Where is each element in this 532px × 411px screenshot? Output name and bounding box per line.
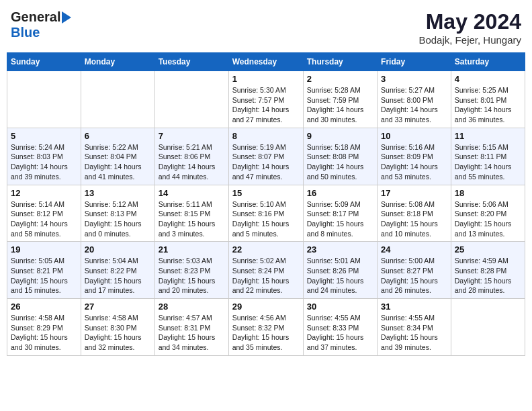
day-number: 3 <box>381 74 447 84</box>
calendar-cell: 30Sunrise: 4:55 AM Sunset: 8:33 PM Dayli… <box>303 299 377 356</box>
weekday-monday: Monday <box>81 53 154 71</box>
calendar-cell: 19Sunrise: 5:05 AM Sunset: 8:21 PM Dayli… <box>7 242 81 299</box>
day-info: Sunrise: 5:24 AM Sunset: 8:03 PM Dayligh… <box>11 142 77 182</box>
day-info: Sunrise: 5:28 AM Sunset: 7:59 PM Dayligh… <box>307 85 373 125</box>
day-number: 27 <box>85 302 151 312</box>
day-number: 30 <box>307 302 373 312</box>
week-row-2: 5Sunrise: 5:24 AM Sunset: 8:03 PM Daylig… <box>7 128 525 185</box>
day-number: 17 <box>381 188 447 198</box>
day-info: Sunrise: 5:05 AM Sunset: 8:21 PM Dayligh… <box>11 256 77 295</box>
calendar-cell: 10Sunrise: 5:16 AM Sunset: 8:09 PM Dayli… <box>378 128 451 185</box>
week-row-4: 19Sunrise: 5:05 AM Sunset: 8:21 PM Dayli… <box>7 242 525 299</box>
calendar-cell: 26Sunrise: 4:58 AM Sunset: 8:29 PM Dayli… <box>7 299 81 356</box>
day-info: Sunrise: 5:04 AM Sunset: 8:22 PM Dayligh… <box>85 256 151 295</box>
day-info: Sunrise: 5:14 AM Sunset: 8:12 PM Dayligh… <box>11 199 77 239</box>
location-title: Bodajk, Fejer, Hungary <box>418 34 521 46</box>
day-number: 1 <box>232 74 300 84</box>
calendar-cell <box>7 71 81 128</box>
calendar-cell: 16Sunrise: 5:09 AM Sunset: 8:17 PM Dayli… <box>303 185 377 242</box>
day-info: Sunrise: 5:25 AM Sunset: 8:01 PM Dayligh… <box>455 85 521 125</box>
day-number: 9 <box>307 131 373 141</box>
day-number: 19 <box>11 244 77 255</box>
logo-triangle-icon <box>62 11 71 24</box>
calendar-cell: 17Sunrise: 5:08 AM Sunset: 8:18 PM Dayli… <box>378 185 451 242</box>
day-number: 8 <box>232 131 300 141</box>
day-info: Sunrise: 4:58 AM Sunset: 8:29 PM Dayligh… <box>11 313 77 353</box>
calendar-cell: 22Sunrise: 5:02 AM Sunset: 8:24 PM Dayli… <box>228 242 303 299</box>
day-info: Sunrise: 5:06 AM Sunset: 8:20 PM Dayligh… <box>455 199 521 239</box>
day-number: 12 <box>11 188 77 198</box>
weekday-friday: Friday <box>378 53 451 71</box>
day-info: Sunrise: 5:12 AM Sunset: 8:13 PM Dayligh… <box>85 199 151 239</box>
calendar-cell: 8Sunrise: 5:19 AM Sunset: 8:07 PM Daylig… <box>228 128 303 185</box>
weekday-tuesday: Tuesday <box>154 53 228 71</box>
svg-marker-0 <box>62 11 71 24</box>
calendar-cell: 15Sunrise: 5:10 AM Sunset: 8:16 PM Dayli… <box>228 185 303 242</box>
calendar-cell: 9Sunrise: 5:18 AM Sunset: 8:08 PM Daylig… <box>303 128 377 185</box>
calendar-cell: 11Sunrise: 5:15 AM Sunset: 8:11 PM Dayli… <box>451 128 525 185</box>
day-info: Sunrise: 5:02 AM Sunset: 8:24 PM Dayligh… <box>232 256 300 295</box>
day-info: Sunrise: 5:11 AM Sunset: 8:15 PM Dayligh… <box>159 199 225 239</box>
day-number: 23 <box>307 244 373 255</box>
day-info: Sunrise: 5:08 AM Sunset: 8:18 PM Dayligh… <box>381 199 447 239</box>
calendar-cell: 6Sunrise: 5:22 AM Sunset: 8:04 PM Daylig… <box>81 128 154 185</box>
day-number: 22 <box>232 244 300 255</box>
day-info: Sunrise: 5:16 AM Sunset: 8:09 PM Dayligh… <box>381 142 447 182</box>
day-number: 25 <box>455 244 521 255</box>
calendar-cell: 13Sunrise: 5:12 AM Sunset: 8:13 PM Dayli… <box>81 185 154 242</box>
week-row-5: 26Sunrise: 4:58 AM Sunset: 8:29 PM Dayli… <box>7 299 525 356</box>
calendar-cell: 24Sunrise: 5:00 AM Sunset: 8:27 PM Dayli… <box>378 242 451 299</box>
day-info: Sunrise: 4:56 AM Sunset: 8:32 PM Dayligh… <box>232 313 300 353</box>
calendar-cell: 12Sunrise: 5:14 AM Sunset: 8:12 PM Dayli… <box>7 185 81 242</box>
day-info: Sunrise: 5:01 AM Sunset: 8:26 PM Dayligh… <box>307 256 373 295</box>
day-number: 5 <box>11 131 77 141</box>
calendar-cell: 18Sunrise: 5:06 AM Sunset: 8:20 PM Dayli… <box>451 185 525 242</box>
day-info: Sunrise: 4:58 AM Sunset: 8:30 PM Dayligh… <box>85 313 151 353</box>
calendar-cell: 31Sunrise: 4:55 AM Sunset: 8:34 PM Dayli… <box>378 299 451 356</box>
day-info: Sunrise: 5:03 AM Sunset: 8:23 PM Dayligh… <box>159 256 225 295</box>
day-number: 21 <box>159 244 225 255</box>
calendar-cell: 25Sunrise: 4:59 AM Sunset: 8:28 PM Dayli… <box>451 242 525 299</box>
calendar-cell: 14Sunrise: 5:11 AM Sunset: 8:15 PM Dayli… <box>154 185 228 242</box>
day-info: Sunrise: 4:57 AM Sunset: 8:31 PM Dayligh… <box>159 313 225 353</box>
day-info: Sunrise: 5:18 AM Sunset: 8:08 PM Dayligh… <box>307 142 373 182</box>
calendar-cell: 1Sunrise: 5:30 AM Sunset: 7:57 PM Daylig… <box>228 71 303 128</box>
calendar-cell <box>451 299 525 356</box>
day-info: Sunrise: 5:27 AM Sunset: 8:00 PM Dayligh… <box>381 85 447 125</box>
calendar-cell: 27Sunrise: 4:58 AM Sunset: 8:30 PM Dayli… <box>81 299 154 356</box>
day-number: 11 <box>455 131 521 141</box>
day-info: Sunrise: 5:00 AM Sunset: 8:27 PM Dayligh… <box>381 256 447 295</box>
calendar-cell: 3Sunrise: 5:27 AM Sunset: 8:00 PM Daylig… <box>378 71 451 128</box>
page-header: General Blue May 2024 Bodajk, Fejer, Hun… <box>7 7 525 48</box>
week-row-1: 1Sunrise: 5:30 AM Sunset: 7:57 PM Daylig… <box>7 71 525 128</box>
day-number: 31 <box>381 302 447 312</box>
calendar-cell: 28Sunrise: 4:57 AM Sunset: 8:31 PM Dayli… <box>154 299 228 356</box>
weekday-wednesday: Wednesday <box>228 53 303 71</box>
day-number: 26 <box>11 302 77 312</box>
calendar-cell <box>154 71 228 128</box>
day-number: 10 <box>381 131 447 141</box>
day-info: Sunrise: 5:10 AM Sunset: 8:16 PM Dayligh… <box>232 199 300 239</box>
week-row-3: 12Sunrise: 5:14 AM Sunset: 8:12 PM Dayli… <box>7 185 525 242</box>
day-info: Sunrise: 5:19 AM Sunset: 8:07 PM Dayligh… <box>232 142 300 182</box>
day-number: 7 <box>159 131 225 141</box>
weekday-header-row: SundayMondayTuesdayWednesdayThursdayFrid… <box>7 53 525 71</box>
weekday-sunday: Sunday <box>7 53 81 71</box>
calendar-cell: 5Sunrise: 5:24 AM Sunset: 8:03 PM Daylig… <box>7 128 81 185</box>
day-number: 14 <box>159 188 225 198</box>
day-number: 20 <box>85 244 151 255</box>
day-info: Sunrise: 4:59 AM Sunset: 8:28 PM Dayligh… <box>455 256 521 295</box>
weekday-saturday: Saturday <box>451 53 525 71</box>
month-title: May 2024 <box>418 9 521 34</box>
title-block: May 2024 Bodajk, Fejer, Hungary <box>418 9 521 46</box>
calendar-cell: 21Sunrise: 5:03 AM Sunset: 8:23 PM Dayli… <box>154 242 228 299</box>
logo: General Blue <box>11 9 71 40</box>
calendar-table: SundayMondayTuesdayWednesdayThursdayFrid… <box>7 52 525 356</box>
day-number: 2 <box>307 74 373 84</box>
day-info: Sunrise: 4:55 AM Sunset: 8:34 PM Dayligh… <box>381 313 447 353</box>
logo-general: General <box>11 9 60 25</box>
calendar-cell <box>81 71 154 128</box>
day-number: 16 <box>307 188 373 198</box>
day-number: 15 <box>232 188 300 198</box>
calendar-cell: 29Sunrise: 4:56 AM Sunset: 8:32 PM Dayli… <box>228 299 303 356</box>
